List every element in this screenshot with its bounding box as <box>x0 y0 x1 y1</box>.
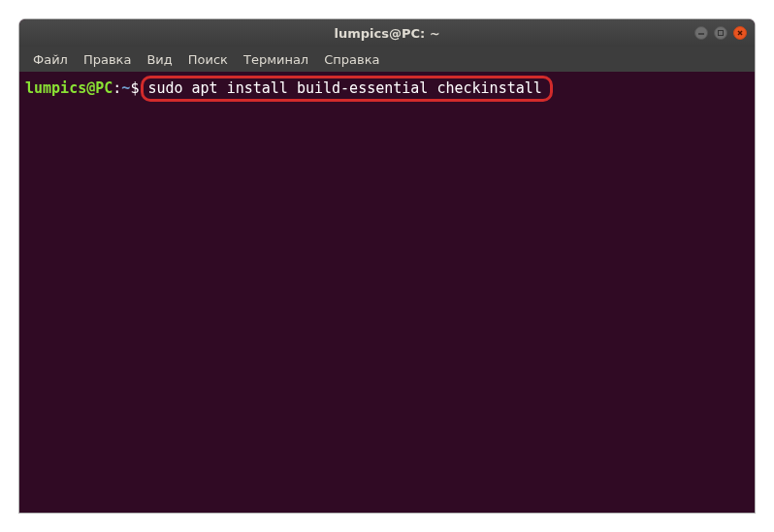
prompt-dollar: $ <box>130 79 139 98</box>
window-controls <box>694 26 747 40</box>
menu-file[interactable]: Файл <box>25 49 76 70</box>
terminal-window: lumpics@PC: ~ Файл Правка Вид Поиск Терм… <box>19 19 755 513</box>
menu-help[interactable]: Справка <box>316 49 387 70</box>
menubar: Файл Правка Вид Поиск Терминал Справка <box>19 47 755 72</box>
terminal-line: lumpics@PC:~$ sudo apt install build-ess… <box>25 76 749 102</box>
maximize-button[interactable] <box>714 26 727 40</box>
menu-view[interactable]: Вид <box>139 49 179 70</box>
titlebar: lumpics@PC: ~ <box>19 19 755 47</box>
prompt-user-host: lumpics@PC <box>25 79 113 98</box>
svg-rect-1 <box>719 31 724 36</box>
command-text: sudo apt install build-essential checkin… <box>141 76 552 102</box>
prompt-colon: : <box>113 79 121 98</box>
prompt-path: ~ <box>121 79 130 98</box>
minimize-button[interactable] <box>694 26 708 40</box>
window-title: lumpics@PC: ~ <box>334 26 439 41</box>
close-button[interactable] <box>733 26 747 40</box>
menu-search[interactable]: Поиск <box>180 49 236 70</box>
menu-edit[interactable]: Правка <box>76 49 139 70</box>
menu-terminal[interactable]: Терминал <box>236 49 316 70</box>
terminal-body[interactable]: lumpics@PC:~$ sudo apt install build-ess… <box>19 72 755 513</box>
